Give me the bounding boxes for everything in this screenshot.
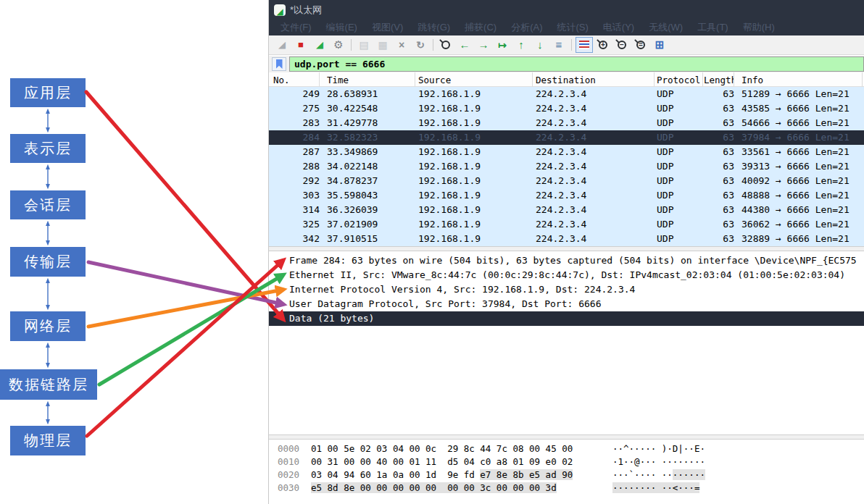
colorize-icon[interactable]: [576, 37, 593, 53]
packet-list-header: No. Time Source Destination Protocol Len…: [269, 72, 864, 87]
table-row[interactable]: 275 30.422548 192.168.1.9 224.2.3.4 UDP …: [269, 101, 864, 116]
layer-box-presentation: 表示层: [10, 134, 86, 163]
hex-row[interactable]: 0030 e5 8d 8e 00 00 00 00 00 00 00 3c 00…: [278, 482, 864, 495]
menu-go[interactable]: 跳转(G): [410, 21, 457, 34]
layer-box-network: 网络层: [10, 311, 86, 341]
hex-dump-pane: 0000 01 00 5e 02 03 04 00 0c 29 8c 44 7c…: [269, 440, 864, 504]
table-row[interactable]: 342 37.910515 192.168.1.9 224.2.3.4 UDP …: [269, 232, 864, 246]
filter-input[interactable]: [289, 56, 864, 72]
restart-capture-icon[interactable]: ◢: [311, 37, 328, 53]
menu-bar: 文件(F)编辑(E)视图(V)跳转(G)捕获(C)分析(A)统计(S)电话(Y)…: [269, 20, 864, 35]
menu-telephony[interactable]: 电话(Y): [596, 21, 641, 34]
column-header-no[interactable]: No.: [269, 72, 320, 87]
resize-columns-icon[interactable]: ⊞: [651, 37, 668, 53]
layer-box-physical: 物理层: [10, 426, 86, 455]
column-header-protocol[interactable]: Protocol: [657, 72, 703, 87]
hex-row[interactable]: 0010 00 31 00 00 40 00 01 11 d5 04 c0 a8…: [278, 456, 864, 469]
table-row[interactable]: 325 37.021909 192.168.1.9 224.2.3.4 UDP …: [269, 217, 864, 232]
menu-edit[interactable]: 编辑(E): [319, 21, 365, 34]
go-top-icon[interactable]: ↑: [512, 37, 530, 53]
menu-tools[interactable]: 工具(T): [690, 21, 736, 34]
layer-box-transport: 传输层: [10, 247, 86, 277]
hex-row[interactable]: 0020 03 04 94 60 1a 0a 00 1d 9e fd e7 8e…: [278, 469, 864, 482]
table-row[interactable]: 287 33.349869 192.168.1.9 224.2.3.4 UDP …: [269, 145, 864, 159]
table-row[interactable]: 249 28.638931 192.168.1.9 224.2.3.4 UDP …: [269, 87, 864, 101]
table-row[interactable]: 288 34.022148 192.168.1.9 224.2.3.4 UDP …: [269, 159, 864, 174]
menu-capture[interactable]: 捕获(C): [457, 21, 504, 34]
toolbar-separator: [569, 37, 574, 53]
title-bar: ◢ *以太网: [269, 0, 864, 20]
wireshark-logo-icon: ◢: [274, 4, 286, 16]
menu-file[interactable]: 文件(F): [273, 21, 319, 34]
detail-udp[interactable]: User Datagram Protocol, Src Port: 37984,…: [269, 297, 864, 311]
save-file-icon[interactable]: ▤: [355, 37, 373, 53]
main-toolbar: ◢■◢⚙▤▦×↻←→↦↑↓≡+−=⊞: [269, 35, 864, 55]
column-header-length[interactable]: Length: [704, 72, 734, 87]
toolbar-separator: [349, 37, 354, 53]
close-file-icon[interactable]: ×: [393, 37, 410, 53]
go-to-packet-icon[interactable]: ↦: [494, 37, 511, 53]
column-header-time[interactable]: Time: [327, 72, 415, 87]
line-datalink-to-ethernet: [99, 275, 283, 385]
screen: 应用层 表示层 会话层 传输层 网络层 数据链路层 物理层 ◢ *以太网 文件(…: [0, 0, 864, 504]
table-row[interactable]: 284 32.582323 192.168.1.9 224.2.3.4 UDP …: [269, 130, 864, 145]
zoom-out-icon[interactable]: −: [613, 37, 631, 53]
layer-box-session: 会话层: [10, 190, 86, 219]
menu-wireless[interactable]: 无线(W): [641, 21, 690, 34]
start-capture-icon[interactable]: ◢: [273, 37, 291, 53]
column-header-source[interactable]: Source: [418, 72, 533, 87]
table-row[interactable]: 292 34.878237 192.168.1.9 224.2.3.4 UDP …: [269, 174, 864, 188]
zoom-100-icon[interactable]: =: [632, 37, 649, 53]
menu-analyze[interactable]: 分析(A): [504, 21, 549, 34]
detail-ip[interactable]: Internet Protocol Version 4, Src: 192.16…: [269, 282, 864, 297]
toolbar-separator: [431, 37, 436, 53]
hex-row[interactable]: 0000 01 00 5e 02 03 04 00 0c 29 8c 44 7c…: [278, 443, 864, 456]
detail-ethernet[interactable]: Ethernet II, Src: VMware_8c:44:7c (00:0c…: [269, 268, 864, 282]
line-physical-to-frame: [87, 261, 283, 436]
capture-options-icon[interactable]: ⚙: [330, 37, 347, 53]
window-title: *以太网: [290, 4, 322, 17]
autoscroll-icon[interactable]: ≡: [550, 37, 568, 53]
packet-detail-pane: Frame 284: 63 bytes on wire (504 bits), …: [269, 251, 864, 434]
menu-statistics[interactable]: 统计(S): [549, 21, 595, 34]
reload-icon[interactable]: ↻: [412, 37, 429, 53]
pane-splitter-bottom[interactable]: [269, 434, 864, 440]
zoom-in-icon[interactable]: +: [594, 37, 612, 53]
detail-data[interactable]: Data (21 bytes): [269, 311, 864, 326]
layer-box-datalink: 数据链路层: [0, 369, 97, 400]
packet-list: 249 28.638931 192.168.1.9 224.2.3.4 UDP …: [269, 87, 864, 246]
bookmark-icon: [276, 59, 283, 69]
go-bottom-icon[interactable]: ↓: [531, 37, 549, 53]
line-transport-to-udp: [88, 262, 283, 304]
table-row[interactable]: 283 31.429778 192.168.1.9 224.2.3.4 UDP …: [269, 116, 864, 130]
layer-box-application: 应用层: [10, 78, 86, 107]
menu-help[interactable]: 帮助(H): [736, 21, 782, 34]
column-header-info[interactable]: Info: [742, 72, 863, 87]
find-packet-icon[interactable]: [437, 37, 454, 53]
table-row[interactable]: 303 35.598043 192.168.1.9 224.2.3.4 UDP …: [269, 188, 864, 203]
filter-bar: [269, 56, 864, 72]
menu-view[interactable]: 视图(V): [365, 21, 410, 34]
detail-frame[interactable]: Frame 284: 63 bytes on wire (504 bits), …: [269, 253, 864, 268]
line-application-to-data: [86, 92, 283, 319]
go-forward-icon[interactable]: →: [475, 37, 492, 53]
line-network-to-ip: [88, 290, 283, 327]
table-row[interactable]: 314 36.326039 192.168.1.9 224.2.3.4 UDP …: [269, 203, 864, 217]
stop-capture-icon[interactable]: ■: [292, 37, 310, 53]
column-header-destination[interactable]: Destination: [536, 72, 655, 87]
filter-bookmark-button[interactable]: [272, 57, 286, 71]
pane-splitter-top[interactable]: [269, 246, 864, 251]
wireshark-window: ◢ *以太网 文件(F)编辑(E)视图(V)跳转(G)捕获(C)分析(A)统计(…: [268, 0, 864, 504]
file-properties-icon[interactable]: ▦: [374, 37, 391, 53]
go-back-icon[interactable]: ←: [456, 37, 473, 53]
